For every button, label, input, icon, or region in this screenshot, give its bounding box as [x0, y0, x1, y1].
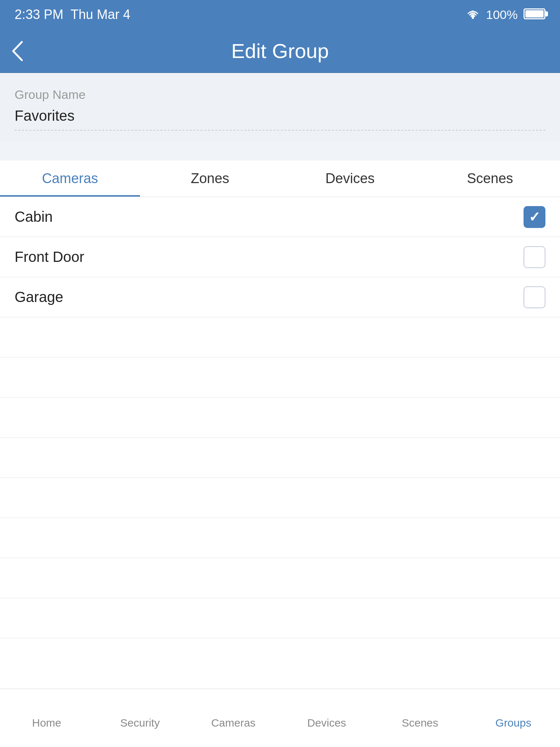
status-time: 2:33 PM Thu Mar 4: [15, 7, 131, 22]
status-bar: 2:33 PM Thu Mar 4 100%: [0, 0, 560, 29]
status-icons: 100%: [466, 8, 545, 22]
page-title: Edit Group: [231, 39, 329, 63]
empty-row: [0, 438, 560, 478]
group-name-label: Group Name: [15, 88, 545, 102]
bottom-tab-security[interactable]: Security: [93, 689, 187, 747]
bottom-tab-bar: Home Security Cameras D: [0, 689, 560, 747]
camera-item-cabin-checkbox[interactable]: [524, 206, 545, 228]
empty-row: [0, 518, 560, 558]
battery-icon: [524, 8, 545, 21]
tabs-container: Cameras Zones Devices Scenes: [0, 160, 560, 197]
bottom-tab-cameras-label: Cameras: [211, 717, 256, 729]
bottom-tab-groups-label: Groups: [495, 717, 531, 729]
tab-devices[interactable]: Devices: [280, 160, 420, 197]
bottom-tab-security-label: Security: [120, 717, 160, 729]
back-button[interactable]: [11, 40, 24, 62]
list-item: Cabin: [0, 197, 560, 237]
list-item: Front Door: [0, 237, 560, 277]
empty-row: [0, 317, 560, 357]
bottom-tab-devices[interactable]: Devices: [280, 689, 373, 747]
empty-row: [0, 558, 560, 598]
group-name-value[interactable]: Favorites: [15, 108, 545, 131]
camera-item-cabin-label: Cabin: [15, 209, 53, 225]
bottom-tab-scenes[interactable]: Scenes: [373, 689, 467, 747]
bottom-tab-groups[interactable]: Groups: [467, 689, 560, 747]
list-item: Garage: [0, 277, 560, 317]
camera-item-frontdoor-checkbox[interactable]: [524, 246, 545, 268]
empty-row: [0, 478, 560, 518]
tab-cameras[interactable]: Cameras: [0, 160, 140, 197]
camera-list: Cabin Front Door Garage: [0, 197, 560, 638]
bottom-tab-home-label: Home: [32, 717, 61, 729]
bottom-tab-devices-label: Devices: [307, 717, 346, 729]
camera-item-garage-label: Garage: [15, 289, 63, 305]
camera-item-garage-checkbox[interactable]: [524, 286, 545, 308]
battery-percentage: 100%: [486, 8, 518, 22]
empty-row: [0, 598, 560, 638]
bottom-tab-scenes-label: Scenes: [402, 717, 438, 729]
empty-row: [0, 357, 560, 398]
tab-scenes[interactable]: Scenes: [420, 160, 560, 197]
empty-row: [0, 398, 560, 438]
group-name-section: Group Name Favorites: [0, 73, 560, 142]
camera-item-frontdoor-label: Front Door: [15, 249, 84, 265]
bottom-tab-cameras[interactable]: Cameras: [187, 689, 280, 747]
nav-header: Edit Group: [0, 29, 560, 73]
main-content: Cameras Zones Devices Scenes Cabin Front…: [0, 160, 560, 689]
svg-point-1: [472, 17, 474, 19]
tab-zones[interactable]: Zones: [140, 160, 280, 197]
wifi-status-icon: [466, 8, 480, 21]
bottom-tab-home[interactable]: Home: [0, 689, 93, 747]
